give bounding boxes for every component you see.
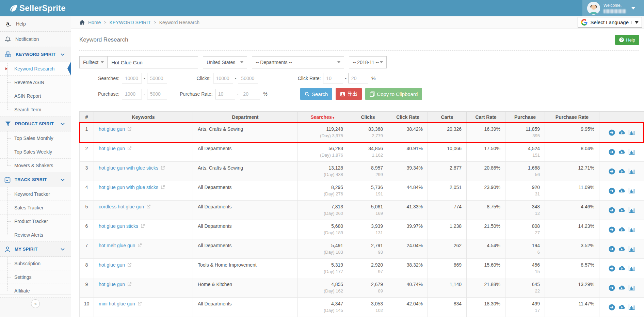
sidebar-item-keyword-research[interactable]: Keyword Research <box>0 62 71 76</box>
sidebar-item-top-sales-monthly[interactable]: Top Sales Monthly <box>0 131 71 145</box>
sidebar-item-asin-report[interactable]: ASIN Report <box>0 89 71 103</box>
cloud-download-icon[interactable] <box>618 188 625 193</box>
bar-chart-icon[interactable] <box>628 285 635 291</box>
keyword-link[interactable]: hot melt glue gun <box>99 243 135 248</box>
breadcrumb-home[interactable]: Home <box>88 20 101 25</box>
search-button[interactable]: Search <box>300 88 333 100</box>
bar-chart-icon[interactable] <box>628 168 635 174</box>
keyword-link[interactable]: hot glue gun <box>99 282 125 287</box>
user-menu[interactable]: Welcome, <box>582 0 644 16</box>
keyword-link[interactable]: hot glue gun <box>99 126 125 132</box>
column-header-department[interactable]: Department <box>193 112 298 123</box>
sidebar-section-my-spirit[interactable]: MY SPIRIT <box>0 242 71 257</box>
external-link-icon[interactable] <box>127 146 132 152</box>
detail-arrow-icon[interactable] <box>609 207 615 213</box>
month-select[interactable]: -- 2018-11 -- <box>349 56 387 68</box>
external-link-icon[interactable] <box>161 165 165 171</box>
column-header-keywords[interactable]: Keywords <box>94 112 193 123</box>
keyword-link[interactable]: mini hot glue gun <box>99 301 135 306</box>
departments-select[interactable]: -- Departments -- <box>252 56 344 68</box>
detail-arrow-icon[interactable] <box>609 149 615 155</box>
sidebar-collapse-button[interactable]: « <box>31 299 40 308</box>
language-dropdown-caret-icon[interactable] <box>631 21 639 24</box>
external-link-icon[interactable] <box>127 282 132 287</box>
click-rate-max-input[interactable] <box>348 73 368 83</box>
bar-chart-icon[interactable] <box>628 207 635 213</box>
cloud-download-icon[interactable] <box>618 207 625 213</box>
sidebar-item-reverse-asin[interactable]: Reverse ASIN <box>0 76 71 89</box>
column-header-click-rate[interactable]: Click Rate <box>388 112 428 123</box>
sidebar-item-keyword-tracker[interactable]: Keyword Tracker <box>0 187 71 201</box>
column-header-purchase-rate[interactable]: Purchase Rate <box>545 112 599 123</box>
cloud-download-icon[interactable] <box>618 304 625 310</box>
external-link-icon[interactable] <box>141 224 145 229</box>
sidebar-item-review-alerts[interactable]: Review Alerts <box>0 228 71 242</box>
sidebar-section-product-spirit[interactable]: PRODUCT SPIRIT <box>0 116 71 131</box>
detail-arrow-icon[interactable] <box>609 265 615 272</box>
purchase-rate-min-input[interactable] <box>215 89 235 99</box>
cloud-download-icon[interactable] <box>618 149 625 155</box>
sidebar-section-track-spirit[interactable]: TRACK SPIRIT <box>0 172 71 187</box>
click-rate-min-input[interactable] <box>323 73 343 83</box>
breadcrumb-keyword-spirit[interactable]: KEYWORD SPIRIT <box>109 20 150 25</box>
sidebar-item-sales-tracker[interactable]: Sales Tracker <box>0 201 71 215</box>
column-header-cart-rate[interactable]: Cart Rate <box>467 112 505 123</box>
cloud-download-icon[interactable] <box>618 266 625 271</box>
keyword-link[interactable]: hot glue gun with glue sticks <box>99 185 158 190</box>
bar-chart-icon[interactable] <box>628 226 635 233</box>
bar-chart-icon[interactable] <box>628 188 635 194</box>
searches-min-input[interactable] <box>122 73 142 83</box>
detail-arrow-icon[interactable] <box>609 168 615 175</box>
keyword-input[interactable] <box>108 56 198 68</box>
bar-chart-icon[interactable] <box>628 246 635 252</box>
searches-max-input[interactable] <box>147 73 167 83</box>
sidebar-item-search-term[interactable]: Search Term <box>0 103 71 116</box>
detail-arrow-icon[interactable] <box>609 188 615 194</box>
cloud-download-icon[interactable] <box>618 285 625 290</box>
detail-arrow-icon[interactable] <box>609 226 615 233</box>
sidebar-item-subscription[interactable]: Subscription <box>0 257 71 270</box>
detail-arrow-icon[interactable] <box>609 285 615 291</box>
keyword-link[interactable]: hot glue gun sticks <box>99 223 138 229</box>
external-link-icon[interactable] <box>127 127 132 132</box>
help-button[interactable]: ? Help <box>615 35 639 45</box>
clicks-max-input[interactable] <box>238 73 258 83</box>
bar-chart-icon[interactable] <box>628 129 635 136</box>
column-header-purchase[interactable]: Purchase <box>505 112 545 123</box>
column-header-clicks[interactable]: Clicks <box>348 112 388 123</box>
bar-chart-icon[interactable] <box>628 304 635 310</box>
detail-arrow-icon[interactable] <box>609 246 615 252</box>
brand-logo[interactable]: SellerSprite <box>0 3 66 13</box>
external-link-icon[interactable] <box>138 301 142 307</box>
column-header-searches[interactable]: Searches▼ <box>298 112 348 123</box>
column-header-carts[interactable]: Carts <box>428 112 467 123</box>
sidebar-item-notification[interactable]: Notification <box>0 32 71 47</box>
keyword-link[interactable]: hot glue gun <box>99 262 125 268</box>
purchase-rate-max-input[interactable] <box>240 89 260 99</box>
external-link-icon[interactable] <box>138 243 142 249</box>
country-select[interactable]: United States <box>203 56 247 68</box>
sidebar-item-top-sales-weekly[interactable]: Top Sales Weekly <box>0 145 71 159</box>
select-language-widget[interactable]: Select Language <box>578 17 642 28</box>
home-icon[interactable] <box>79 20 85 25</box>
sidebar-item-movers-shakers[interactable]: Movers & Shakers <box>0 159 71 172</box>
keyword-link[interactable]: cordless hot glue gun <box>99 204 144 209</box>
bar-chart-icon[interactable] <box>628 149 635 155</box>
copy-to-clipboard-button[interactable]: Copy to Clipboard <box>365 88 422 100</box>
detail-arrow-icon[interactable] <box>609 129 615 136</box>
detail-arrow-icon[interactable] <box>609 304 615 311</box>
external-link-icon[interactable] <box>161 185 165 190</box>
keyword-link[interactable]: hot glue gun <box>99 146 125 151</box>
fulltext-mode-select[interactable]: Fulltext <box>79 56 108 68</box>
keyword-link[interactable]: hot glue gun with glue sticks <box>99 165 158 171</box>
cloud-download-icon[interactable] <box>618 246 625 252</box>
external-link-icon[interactable] <box>127 263 132 268</box>
cloud-download-icon[interactable] <box>618 130 625 135</box>
purchase-max-input[interactable] <box>147 89 167 99</box>
cloud-download-icon[interactable] <box>618 169 625 174</box>
sidebar-item-settings[interactable]: Settings <box>0 270 71 284</box>
external-link-icon[interactable] <box>146 204 151 210</box>
sidebar-section-keyword-spirit[interactable]: KEYWORD SPIRIT <box>0 47 71 62</box>
sidebar-item-help[interactable]: a Help <box>0 16 71 32</box>
purchase-min-input[interactable] <box>122 89 142 99</box>
